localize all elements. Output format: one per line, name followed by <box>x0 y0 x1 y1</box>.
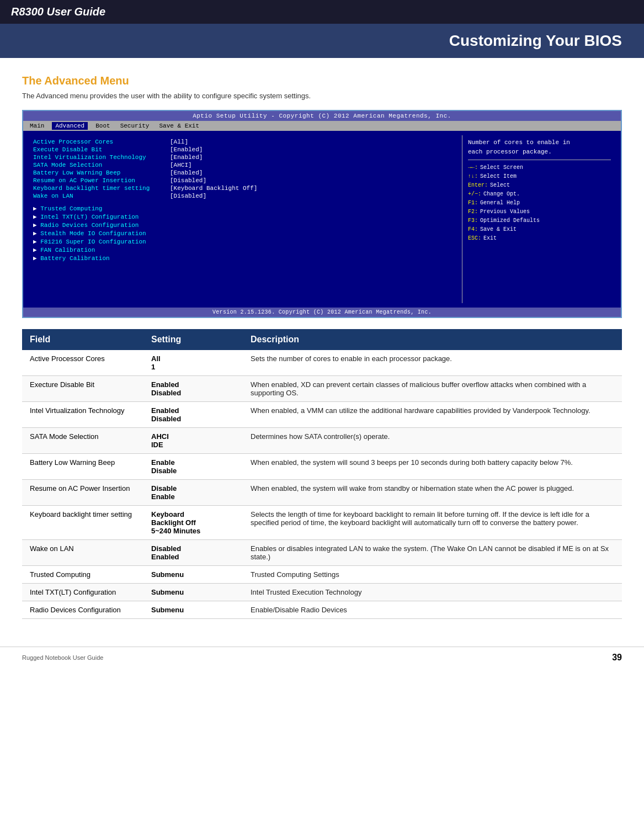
bios-label-virtualization: Intel Virtualization Technology <box>33 154 166 161</box>
bios-key-enter-key: Enter: <box>468 181 488 190</box>
bios-body: Active Processor Cores [All] Execute Dis… <box>23 131 621 308</box>
bios-submenu-trusted-computing[interactable]: Trusted Computing <box>33 204 456 213</box>
table-row: Resume on AC Power InsertionDisableEnabl… <box>22 480 622 506</box>
bios-label-active-processor: Active Processor Cores <box>33 139 166 145</box>
bios-value-resume-ac: [Disabled] <box>170 177 206 184</box>
bios-item-keyboard-backlight: Keyboard backlight timer setting [Keyboa… <box>33 184 456 192</box>
table-cell-field: Keyboard backlight timer setting <box>22 506 143 540</box>
bios-key-f1: F1: General Help <box>468 199 611 208</box>
table-row: Battery Low Warning BeepEnableDisableWhe… <box>22 454 622 480</box>
table-cell-field: Execture Disable Bit <box>22 376 143 402</box>
table-cell-field: Resume on AC Power Insertion <box>22 480 143 506</box>
table-row: Active Processor CoresAll1Sets the numbe… <box>22 350 622 376</box>
table-cell-setting: Submenu <box>143 601 243 619</box>
table-row: Wake on LANDisabledEnabledEnables or dis… <box>22 540 622 566</box>
bios-value-battery-beep: [Enabled] <box>170 170 203 176</box>
bios-item-wake-lan: Wake on LAN [Disabled] <box>33 192 456 200</box>
bios-menu-main[interactable]: Main <box>28 122 46 130</box>
table-cell-description: When enabled, XD can prevent certain cla… <box>243 376 622 402</box>
bios-submenu-stealth-mode[interactable]: Stealth Mode IO Configuration <box>33 229 456 237</box>
bios-keys: →←: Select Screen ↑↓: Select Item Enter:… <box>468 163 611 243</box>
table-cell-field: Intel TXT(LT) Configuration <box>22 584 143 601</box>
table-header-description: Description <box>243 329 622 350</box>
bios-key-desc-item: Select Item <box>480 172 517 181</box>
page-title: Customizing Your BIOS <box>449 32 622 49</box>
bios-submenu-fan-calibration[interactable]: FAN Calibration <box>33 246 456 254</box>
bios-key-f4: F4: Save & Exit <box>468 225 611 234</box>
bios-item-sata: SATA Mode Selection [AHCI] <box>33 161 456 169</box>
bios-value-sata: [AHCI] <box>170 162 192 168</box>
table-row: Trusted ComputingSubmenuTrusted Computin… <box>22 566 622 584</box>
table-cell-setting: Submenu <box>143 584 243 601</box>
bios-submenu-battery-calibration[interactable]: Battery Calibration <box>33 254 456 262</box>
table-cell-field: SATA Mode Selection <box>22 428 143 454</box>
bios-key-desc-enter: Select <box>490 181 510 190</box>
bios-value-virtualization: [Enabled] <box>170 154 203 161</box>
bios-menu-save-exit[interactable]: Save & Exit <box>157 122 201 130</box>
bios-menu-security[interactable]: Security <box>118 122 152 130</box>
table-cell-setting: EnableDisable <box>143 454 243 480</box>
bios-key-enter: Enter: Select <box>468 181 611 190</box>
bios-key-f2-key: F2: <box>468 208 478 216</box>
table-header-setting: Setting <box>143 329 243 350</box>
bios-key-change-opt: +/−: Change Opt. <box>468 190 611 199</box>
bios-right-panel: Number of cores to enable ineach process… <box>462 135 616 303</box>
bios-key-select-item: ↑↓: Select Item <box>468 172 611 181</box>
table-row: SATA Mode SelectionAHCIIDEDetermines how… <box>22 428 622 454</box>
table-cell-description: When enabled, a VMM can utilize the addi… <box>243 402 622 428</box>
table-row: Keyboard backlight timer settingKeyboard… <box>22 506 622 540</box>
bios-key-desc-esc: Exit <box>483 234 497 243</box>
bios-item-resume-ac: Resume on AC Power Insertion [Disabled] <box>33 177 456 184</box>
bios-value-active-processor: [All] <box>170 139 188 145</box>
table-cell-description: Intel Trusted Execution Technology <box>243 584 622 601</box>
table-row: Radio Devices ConfigurationSubmenuEnable… <box>22 601 622 619</box>
bios-topbar: Aptio Setup Utility - Copyright (C) 2012… <box>23 111 621 121</box>
table-cell-description: Sets the number of cores to enable in ea… <box>243 350 622 376</box>
section-title: The Advanced Menu <box>22 75 622 87</box>
bios-value-execute-disable: [Enabled] <box>170 146 203 153</box>
table-cell-field: Wake on LAN <box>22 540 143 566</box>
bios-key-esc-key: ESC: <box>468 234 481 243</box>
table-cell-setting: EnabledDisabled <box>143 376 243 402</box>
bios-key-desc-f2: Previous Values <box>480 208 530 216</box>
table-cell-description: Determines how SATA controller(s) operat… <box>243 428 622 454</box>
table-cell-setting: Submenu <box>143 566 243 584</box>
table-cell-field: Active Processor Cores <box>22 350 143 376</box>
table-cell-field: Radio Devices Configuration <box>22 601 143 619</box>
bios-key-desc-f3: Optimized Defaults <box>480 216 540 225</box>
bios-menu-boot[interactable]: Boot <box>93 122 112 130</box>
bios-key-desc-f4: Save & Exit <box>480 225 517 234</box>
section-intro: The Advanced menu provides the user with… <box>22 92 622 100</box>
bios-left-panel: Active Processor Cores [All] Execute Dis… <box>28 135 462 303</box>
table-cell-setting: KeyboardBacklight Off5~240 Minutes <box>143 506 243 540</box>
bios-label-keyboard-backlight: Keyboard backlight timer setting <box>33 185 166 192</box>
bios-submenu-radio-devices[interactable]: Radio Devices Configuration <box>33 221 456 229</box>
bios-key-esc: ESC: Exit <box>468 234 611 243</box>
table-cell-description: Trusted Computing Settings <box>243 566 622 584</box>
bios-help-text: Number of cores to enable ineach process… <box>468 138 611 156</box>
bios-key-desc-change: Change Opt. <box>483 190 520 199</box>
bios-divider <box>468 160 611 160</box>
table-cell-description: When enabled, the system will wake from … <box>243 480 622 506</box>
bios-item-battery-beep: Battery Low Warning Beep [Enabled] <box>33 169 456 177</box>
bios-item-virtualization: Intel Virtualization Technology [Enabled… <box>33 153 456 161</box>
bios-key-f2: F2: Previous Values <box>468 208 611 216</box>
bios-key-f1-key: F1: <box>468 199 478 208</box>
table-cell-field: Trusted Computing <box>22 566 143 584</box>
page-footer: Rugged Notebook User Guide 39 <box>0 647 644 668</box>
table-row: Execture Disable BitEnabledDisabledWhen … <box>22 376 622 402</box>
bios-key-f3: F3: Optimized Defaults <box>468 216 611 225</box>
bios-item-execute-disable: Execute Disable Bit [Enabled] <box>33 146 456 153</box>
table-cell-setting: All1 <box>143 350 243 376</box>
bios-submenu-f81216[interactable]: F81216 Super IO Configuration <box>33 237 456 246</box>
bios-label-battery-beep: Battery Low Warning Beep <box>33 170 166 176</box>
footer-page-number: 39 <box>612 653 622 663</box>
bios-label-sata: SATA Mode Selection <box>33 162 166 168</box>
bios-key-desc-screen: Select Screen <box>480 163 523 172</box>
bios-menu-advanced[interactable]: Advanced <box>52 122 88 130</box>
table-cell-setting: AHCIIDE <box>143 428 243 454</box>
bios-submenu-intel-txt[interactable]: Intel TXT(LT) Configuration <box>33 213 456 221</box>
bios-key-arrow-lr: →←: <box>468 163 478 172</box>
table-cell-description: When enabled, the system will sound 3 be… <box>243 454 622 480</box>
bios-key-f4-key: F4: <box>468 225 478 234</box>
